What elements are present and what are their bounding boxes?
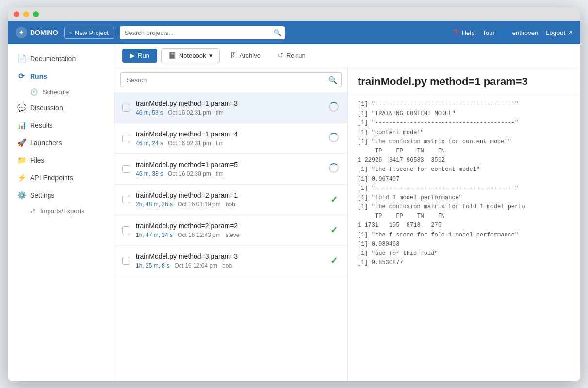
run-item[interactable]: trainModel.py method=3 param=3 1h, 25 m,… xyxy=(114,246,347,276)
project-search-icon[interactable]: 🔍 xyxy=(274,29,282,36)
spinner-icon xyxy=(329,133,339,142)
output-line: TP FP TN FN xyxy=(358,212,571,221)
discussion-icon: 💬 xyxy=(17,103,25,112)
output-title: trainModel.py method=1 param=3 xyxy=(348,67,580,94)
run-date: Oct 16 02:31 pm xyxy=(168,140,211,147)
new-project-button[interactable]: + New Project xyxy=(64,27,114,39)
run-checkbox[interactable] xyxy=(122,165,130,173)
sidebar-item-label: Imports/Exports xyxy=(40,207,84,215)
sidebar-item-results[interactable]: 📊 Results xyxy=(8,117,114,134)
sidebar-item-imports-exports[interactable]: ⇄ Imports/Exports xyxy=(8,204,114,218)
run-title: trainModel.py method=1 param=3 xyxy=(136,100,322,107)
run-meta: 46 m, 53 s Oct 16 02:31 pm tim xyxy=(136,109,322,116)
output-line: [1] 0.967407 xyxy=(358,175,571,184)
maximize-button[interactable] xyxy=(33,11,39,17)
check-icon: ✓ xyxy=(330,225,338,235)
output-panel: trainModel.py method=1 param=3 [1] "----… xyxy=(347,67,580,381)
run-duration: 46 m, 24 s xyxy=(136,140,163,147)
run-item[interactable]: trainModel.py method=1 param=5 46 m, 38 … xyxy=(114,154,347,185)
runs-search-button[interactable]: 🔍 xyxy=(328,76,338,84)
output-line: [1] "fold 1 model performance" xyxy=(358,193,571,202)
run-date: Oct 16 12:04 pm xyxy=(174,262,217,269)
run-status: ✓ xyxy=(328,255,340,266)
output-line: [1] "content model" xyxy=(358,128,571,137)
run-status xyxy=(328,163,340,175)
run-item[interactable]: trainModel.py method=1 param=3 46 m, 53 … xyxy=(114,93,347,123)
sidebar-item-files[interactable]: 📁 Files xyxy=(8,152,114,169)
sidebar-item-settings[interactable]: ⚙️ Settings xyxy=(8,186,114,204)
output-line: [1] "-----------------------------------… xyxy=(358,100,571,109)
run-checkbox[interactable] xyxy=(122,257,130,265)
output-line: [1] "the confusion matrix for fold 1 mod… xyxy=(358,202,571,212)
run-user: bob xyxy=(222,262,232,269)
run-item[interactable]: trainModel.py method=2 param=1 2h, 48 m,… xyxy=(114,185,347,215)
run-checkbox[interactable] xyxy=(122,226,130,234)
sidebar-item-api-endpoints[interactable]: ⚡ API Endpoints xyxy=(8,169,114,186)
rerun-button[interactable]: ↺ Re-run xyxy=(271,49,312,63)
run-status xyxy=(328,133,340,144)
output-line: 1 22926 3417 96583 3592 xyxy=(358,156,571,165)
logout-link[interactable]: Logout ↗ xyxy=(546,29,572,36)
archive-icon: 🗄 xyxy=(230,52,237,59)
sidebar-item-discussion[interactable]: 💬 Discussion xyxy=(8,99,114,117)
run-checkbox[interactable] xyxy=(122,135,130,142)
minimize-button[interactable] xyxy=(23,11,29,17)
run-user: tim xyxy=(216,109,224,116)
run-checkbox[interactable] xyxy=(122,104,130,112)
run-duration: 46 m, 53 s xyxy=(136,109,163,116)
run-user: tim xyxy=(216,170,224,177)
check-icon: ✓ xyxy=(330,256,338,266)
run-date: Oct 16 01:19 pm xyxy=(178,201,221,208)
sidebar-item-documentation[interactable]: 📄 Documentation xyxy=(8,50,114,67)
run-item[interactable]: trainModel.py method=2 param=2 1h, 47 m,… xyxy=(114,215,347,246)
user-icon: 👤 xyxy=(503,29,510,36)
content-area: ▶ Run 📓 Notebook ▾ 🗄 Archive ↺ Re-run xyxy=(114,44,580,381)
run-title: trainModel.py method=1 param=4 xyxy=(136,130,322,138)
run-title: trainModel.py method=2 param=2 xyxy=(136,222,322,230)
sidebar-item-runs[interactable]: ⟳ Runs xyxy=(8,67,114,85)
sidebar-item-launchers[interactable]: 🚀 Launchers xyxy=(8,134,114,152)
run-meta: 1h, 47 m, 34 s Oct 16 12:43 pm steve xyxy=(136,232,322,238)
run-item[interactable]: trainModel.py method=1 param=4 46 m, 24 … xyxy=(114,123,347,154)
run-title: trainModel.py method=3 param=3 xyxy=(136,253,322,260)
run-duration: 1h, 25 m, 8 s xyxy=(136,262,169,269)
launchers-icon: 🚀 xyxy=(17,138,25,147)
run-title: trainModel.py method=1 param=5 xyxy=(136,161,322,169)
sidebar-item-schedule[interactable]: 🕐 Schedule xyxy=(8,85,114,99)
archive-button[interactable]: 🗄 Archive xyxy=(224,49,267,63)
close-button[interactable] xyxy=(14,11,19,17)
documentation-icon: 📄 xyxy=(17,54,25,63)
runs-icon: ⟳ xyxy=(17,72,25,81)
output-line: [1] "TRAINING CONTENT MODEL" xyxy=(358,109,571,118)
runs-search: 🔍 xyxy=(114,67,347,93)
sidebar-item-label: Runs xyxy=(30,72,47,80)
run-duration: 46 m, 38 s xyxy=(136,170,163,177)
runs-search-input[interactable] xyxy=(120,72,342,87)
output-line: [1] "-----------------------------------… xyxy=(358,118,571,128)
user-link[interactable]: 👤 enthoven xyxy=(503,29,539,36)
output-line: 1 1731 195 8718 275 xyxy=(358,221,571,230)
runs-list: trainModel.py method=1 param=3 46 m, 53 … xyxy=(114,93,347,381)
run-status: ✓ xyxy=(328,194,340,205)
output-line: [1] "the confusion matrix for content mo… xyxy=(358,137,571,147)
sidebar-item-label: Schedule xyxy=(43,88,69,96)
run-duration: 1h, 47 m, 34 s xyxy=(136,232,173,238)
run-user: bob xyxy=(226,201,235,208)
settings-icon: ⚙️ xyxy=(17,191,25,200)
run-title: trainModel.py method=2 param=1 xyxy=(136,191,322,199)
tour-link[interactable]: Tour xyxy=(482,29,494,36)
output-line: [1] "auc for this fold" xyxy=(358,249,571,258)
project-search-input[interactable] xyxy=(120,26,285,39)
notebook-button[interactable]: 📓 Notebook ▾ xyxy=(161,48,220,63)
run-checkbox[interactable] xyxy=(122,196,130,203)
spinner-icon xyxy=(329,163,339,173)
help-link[interactable]: ❓ Help xyxy=(452,29,475,36)
run-meta: 2h, 48 m, 26 s Oct 16 01:19 pm bob xyxy=(136,201,322,208)
run-button[interactable]: ▶ Run xyxy=(122,49,157,63)
sidebar-item-label: Settings xyxy=(30,191,55,199)
imports-icon: ⇄ xyxy=(30,207,35,215)
sidebar-item-label: Results xyxy=(30,121,53,129)
run-date: Oct 16 02:30 pm xyxy=(168,170,211,177)
logo-text: DOMINO xyxy=(30,29,58,36)
run-date: Oct 16 12:43 pm xyxy=(178,232,221,238)
